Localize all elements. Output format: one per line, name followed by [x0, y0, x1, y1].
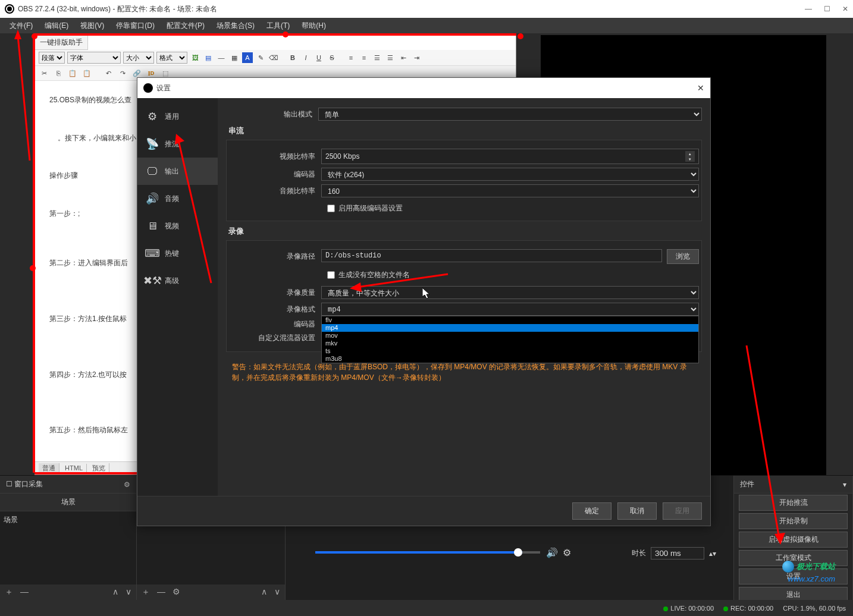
settings-close-button[interactable]: ✕ [697, 83, 704, 93]
keyboard-icon: ⌨ [146, 247, 159, 260]
live-status: LIVE: 00:00:00 [670, 605, 714, 612]
format-option-ts[interactable]: ts [322, 347, 698, 355]
italic-icon[interactable]: I [300, 52, 311, 63]
format-option-flv[interactable]: flv [322, 316, 698, 324]
copy-icon[interactable]: ⎘ [53, 68, 64, 78]
menu-edit[interactable]: 编辑(E) [39, 18, 74, 33]
format-option-mov[interactable]: mov [322, 332, 698, 340]
underline-icon[interactable]: U [313, 52, 324, 63]
rec-status-dot [723, 606, 728, 611]
antenna-icon: 📡 [146, 137, 159, 150]
menubar: 文件(F) 编辑(E) 视图(V) 停靠窗口(D) 配置文件(P) 场景集合(S… [0, 18, 853, 33]
source-down-button[interactable]: ∨ [274, 587, 280, 598]
minimize-button[interactable]: — [805, 5, 812, 13]
audio-bitrate-select[interactable]: 160 [321, 184, 699, 197]
indent-icon[interactable]: ⇥ [411, 52, 422, 63]
sidebar-item-advanced[interactable]: ✖⚒高级 [137, 267, 218, 294]
footer-tab-html[interactable]: HTML [61, 464, 87, 472]
duration-input[interactable] [651, 547, 704, 560]
menu-help[interactable]: 帮助(H) [296, 18, 332, 33]
list-ul-icon[interactable]: ☰ [372, 52, 382, 63]
window-capture-checkbox[interactable]: ☐ 窗口采集 [6, 479, 43, 489]
ok-button[interactable]: 确定 [572, 502, 611, 520]
font-select[interactable]: 字体 [67, 52, 121, 64]
streaming-section: 串流 [228, 125, 702, 136]
speaker-icon[interactable]: 🔊 [546, 547, 558, 558]
source-props-button[interactable]: ⚙ [173, 587, 180, 598]
maximize-button[interactable]: ☐ [824, 5, 830, 13]
outdent-icon[interactable]: ⇤ [398, 52, 409, 63]
menu-tools[interactable]: 工具(T) [261, 18, 296, 33]
list-ol-icon[interactable]: ☰ [385, 52, 396, 63]
output-mode-select[interactable]: 简单 [318, 108, 702, 121]
sidebar-item-output[interactable]: 🖵输出 [137, 158, 218, 185]
menu-scene-collection[interactable]: 场景集合(S) [211, 18, 261, 33]
paste2-icon[interactable]: 📋 [81, 68, 92, 78]
scene-down-button[interactable]: ∨ [126, 587, 131, 598]
hr-icon[interactable]: — [216, 52, 227, 63]
highlight-icon[interactable]: ✎ [255, 52, 266, 63]
cut-icon[interactable]: ✂ [39, 68, 49, 78]
undo-icon[interactable]: ↶ [103, 68, 114, 78]
menu-profile[interactable]: 配置文件(P) [161, 18, 211, 33]
style-select[interactable]: 段落 [39, 52, 65, 64]
start-virtualcam-button[interactable]: 启动虚拟摄像机 [739, 532, 848, 548]
apply-button[interactable]: 应用 [663, 502, 702, 520]
sidebar-item-video[interactable]: 🖥视频 [137, 212, 218, 240]
browse-button[interactable]: 浏览 [667, 249, 699, 264]
size-select[interactable]: 大小 [123, 52, 154, 64]
sidebar-item-general[interactable]: ⚙通用 [137, 103, 218, 130]
start-recording-button[interactable]: 开始录制 [739, 513, 848, 529]
paste-icon[interactable]: 📋 [67, 68, 78, 78]
sidebar-item-audio[interactable]: 🔊音频 [137, 185, 218, 212]
settings-title: 设置 [156, 83, 171, 93]
scenes-list[interactable]: 场景 [0, 511, 136, 584]
advanced-encoder-checkbox[interactable] [327, 205, 335, 212]
add-scene-button[interactable]: ＋ [5, 587, 13, 598]
add-source-button[interactable]: ＋ [142, 587, 150, 598]
align-left-icon[interactable]: ≡ [346, 52, 356, 63]
source-up-button[interactable]: ∧ [261, 587, 267, 598]
annotation-arrow-1 [6, 30, 36, 166]
align-center-icon[interactable]: ≡ [359, 52, 369, 63]
menu-dock[interactable]: 停靠窗口(D) [110, 18, 161, 33]
gear-icon[interactable]: ⚙ [124, 480, 130, 489]
menu-view[interactable]: 视图(V) [74, 18, 110, 33]
remove-scene-button[interactable]: — [20, 587, 29, 598]
remove-source-button[interactable]: — [157, 587, 165, 598]
editor-tab[interactable]: 一键排版助手 [35, 36, 88, 50]
strike-icon[interactable]: S [327, 52, 337, 63]
fontcolor-icon[interactable]: A [242, 52, 253, 63]
start-streaming-button[interactable]: 开始推流 [739, 495, 848, 511]
cancel-button[interactable]: 取消 [617, 502, 657, 520]
scene-up-button[interactable]: ∧ [112, 587, 118, 598]
watermark: 极光下载站 www.xz7.com [782, 561, 835, 583]
bold-icon[interactable]: B [287, 52, 298, 63]
globe-icon [782, 561, 794, 573]
sidebar-item-stream[interactable]: 📡推流 [137, 130, 218, 158]
image-icon[interactable]: 🖼 [190, 52, 200, 63]
eraser-icon[interactable]: ⌫ [268, 52, 279, 63]
menu-file[interactable]: 文件(F) [4, 18, 39, 33]
rec-status: REC: 00:00:00 [730, 605, 773, 612]
table-icon[interactable]: ▦ [229, 52, 240, 63]
duration-spin[interactable]: ▴▾ [709, 549, 716, 558]
editor-toolbar: 段落 字体 大小 格式 🖼 ▤ — ▦ A ✎ ⌫ B I U S ≡ ≡ ☰ … [35, 50, 516, 66]
no-space-checkbox[interactable] [327, 271, 335, 279]
recording-format-select[interactable]: mp4 [321, 303, 699, 316]
recording-quality-select[interactable]: 高质量，中等文件大小 [321, 286, 699, 299]
film-icon[interactable]: ▤ [203, 52, 214, 63]
format-option-mp4[interactable]: mp4 [322, 324, 698, 332]
volume-slider[interactable] [315, 551, 540, 554]
close-button[interactable]: ✕ [842, 5, 848, 13]
format-option-m3u8[interactable]: m3u8 [322, 355, 698, 363]
mixer-gear-icon[interactable]: ⚙ [563, 547, 571, 558]
video-bitrate-input[interactable] [325, 151, 685, 162]
format-option-mkv[interactable]: mkv [322, 340, 698, 347]
sidebar-item-hotkeys[interactable]: ⌨热键 [137, 240, 218, 267]
recording-path-input[interactable] [321, 249, 662, 262]
stream-encoder-select[interactable]: 软件 (x264) [321, 168, 699, 181]
settings-sidebar: ⚙通用 📡推流 🖵输出 🔊音频 🖥视频 ⌨热键 ✖⚒高级 [137, 98, 218, 496]
redo-icon[interactable]: ↷ [117, 68, 128, 78]
format-select[interactable]: 格式 [156, 52, 187, 64]
